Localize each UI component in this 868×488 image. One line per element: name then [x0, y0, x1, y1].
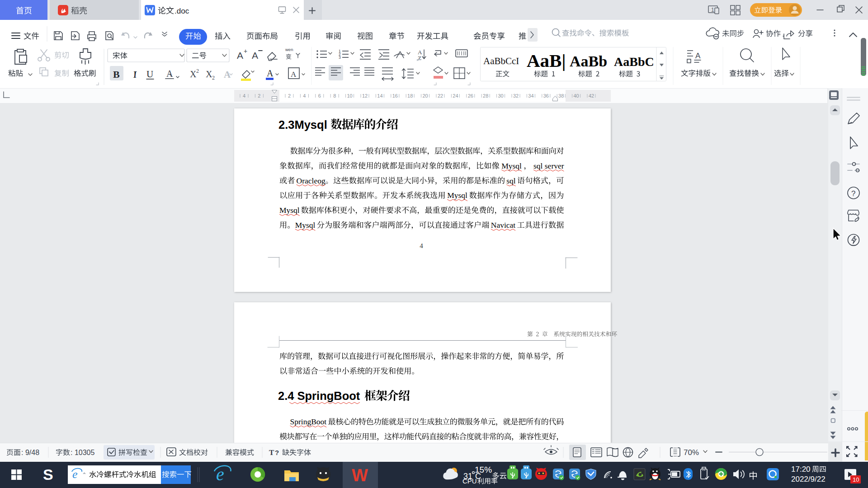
svg-text:2.3Mysql: 2.3Mysql [278, 118, 327, 131]
svg-text:4: 4 [303, 93, 306, 99]
svg-text:e: e [216, 464, 224, 484]
svg-text:Navicat: Navicat [491, 221, 516, 230]
svg-text:X: X [206, 69, 212, 79]
svg-text:36: 36 [543, 93, 549, 99]
svg-text:A: A [291, 70, 297, 79]
svg-text:2.4 SpringBoot: 2.4 SpringBoot [278, 389, 360, 402]
svg-text:10: 10 [347, 93, 352, 99]
svg-text:+: + [244, 47, 247, 55]
svg-text:U: U [146, 69, 153, 80]
svg-text:?: ? [851, 189, 855, 198]
svg-text:Mysql: Mysql [501, 161, 522, 170]
svg-text:8: 8 [333, 93, 336, 99]
svg-text:3: 3 [339, 55, 341, 60]
svg-text:28: 28 [483, 93, 488, 99]
svg-text:70%: 70% [684, 448, 699, 457]
svg-text:20: 20 [422, 93, 428, 99]
svg-text:I: I [133, 69, 137, 80]
svg-text:30: 30 [498, 93, 503, 99]
svg-text:B: B [113, 69, 120, 80]
svg-text:2: 2 [288, 93, 291, 99]
svg-text:sql: sql [506, 176, 516, 185]
svg-text:26: 26 [468, 93, 473, 99]
svg-text:38: 38 [558, 93, 564, 99]
svg-text:10: 10 [853, 476, 859, 483]
svg-text:CPU: CPU [462, 477, 477, 485]
svg-text:S: S [43, 466, 53, 483]
svg-text:32: 32 [513, 93, 519, 99]
svg-text:18: 18 [407, 93, 413, 99]
svg-text:2022/9/22: 2022/9/22 [791, 475, 826, 483]
svg-text:1: 1 [711, 7, 714, 13]
svg-text:AaBbC: AaBbC [614, 55, 654, 69]
svg-text:14: 14 [377, 93, 382, 99]
svg-text:T: T [269, 448, 274, 457]
svg-text:A: A [166, 69, 173, 79]
svg-text:?: ? [275, 449, 279, 456]
svg-text:40: 40 [573, 93, 579, 99]
svg-text:.doc: .doc [175, 7, 189, 15]
svg-text:17:20: 17:20 [791, 465, 811, 474]
svg-text:X: X [190, 69, 197, 79]
svg-text:: 9/48: : 9/48 [21, 449, 39, 456]
svg-text:24: 24 [453, 93, 458, 99]
svg-text:wen: wen [285, 47, 293, 52]
svg-text:W: W [352, 466, 368, 485]
svg-text:22: 22 [438, 93, 443, 99]
svg-text:2: 2 [196, 68, 199, 74]
svg-text:Mysql: Mysql [279, 206, 300, 215]
svg-text:SpringBoot: SpringBoot [290, 417, 327, 426]
svg-text:A: A [695, 52, 701, 60]
svg-text:AaBb: AaBb [570, 53, 607, 70]
svg-text:2: 2 [212, 75, 215, 81]
svg-text:Oracleog: Oracleog [297, 176, 326, 185]
svg-text:A: A [237, 50, 243, 61]
svg-text:34: 34 [528, 93, 533, 99]
svg-text:42: 42 [589, 93, 594, 99]
svg-text:: 10305: : 10305 [71, 449, 94, 456]
svg-text:6: 6 [318, 93, 321, 99]
svg-text:AaBbCcI: AaBbCcI [483, 56, 519, 66]
svg-text:16: 16 [392, 93, 398, 99]
svg-text:12: 12 [362, 93, 368, 99]
svg-text:2: 2 [258, 93, 260, 99]
svg-text:Mysql: Mysql [447, 191, 467, 200]
svg-text:A: A [224, 69, 231, 80]
svg-text:A: A [267, 68, 274, 78]
svg-text:A: A [252, 50, 258, 61]
svg-text:4: 4 [420, 242, 423, 249]
svg-text:Mysql: Mysql [295, 221, 316, 230]
svg-text:4: 4 [243, 93, 245, 99]
svg-text:sql server: sql server [533, 161, 564, 170]
svg-text:AaB|: AaB| [527, 50, 566, 71]
